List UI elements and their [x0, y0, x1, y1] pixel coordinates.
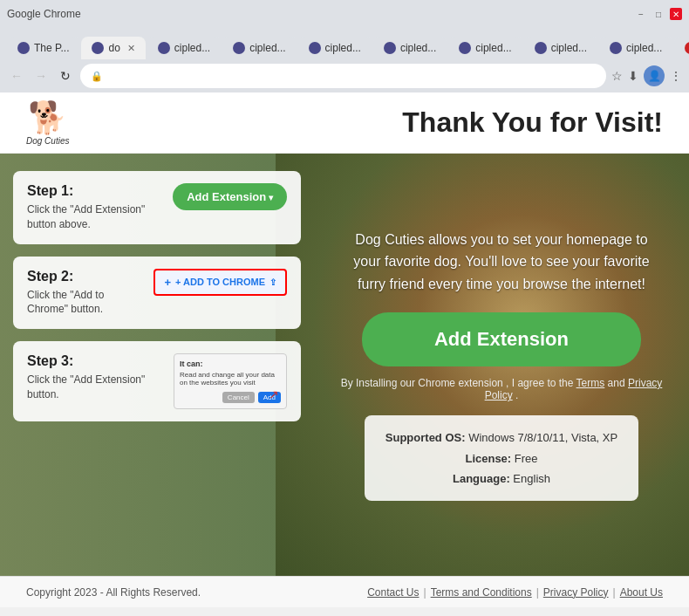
step-3-desc: Click the "Add Extension" button. — [27, 373, 163, 402]
tab-7[interactable]: cipled... — [448, 37, 522, 59]
tab-1-title: The P... — [34, 42, 69, 54]
tab-3-favicon — [158, 42, 170, 54]
info-os: Supported OS: Windows 7/8/10/11, Vista, … — [385, 428, 617, 448]
tab-8-title: cipled... — [551, 42, 587, 54]
tab-10-favicon: ✕ — [685, 42, 689, 54]
profile-icon[interactable]: 👤 — [644, 65, 665, 86]
step3-img-desc: Read and change all your data on the web… — [180, 371, 281, 387]
bookmark-icon[interactable]: ☆ — [611, 69, 623, 83]
tab-5-favicon — [309, 42, 321, 54]
site-title: Thank You for Visit! — [402, 106, 663, 139]
logo-area: 🐕 Dog Cuties — [26, 99, 69, 146]
forward-button[interactable]: → — [31, 66, 51, 86]
title-bar-right: − □ ✕ — [635, 8, 682, 20]
language-label: Language: — [453, 472, 510, 485]
arrow-icon: ↗ — [269, 387, 279, 401]
step-3-title: Step 3: — [27, 353, 163, 369]
about-us-link[interactable]: About Us — [620, 586, 663, 599]
step-2-desc: Click the "Add to Chrome" button. — [27, 288, 143, 318]
step3-img-title: It can: — [180, 359, 281, 368]
terms-period: . — [515, 389, 518, 401]
lock-icon: 🔒 — [91, 71, 103, 82]
menu-icon[interactable]: ⋮ — [670, 69, 682, 83]
terms-conditions-link[interactable]: Terms and Conditions — [431, 586, 532, 599]
tab-2-close[interactable]: ✕ — [127, 43, 135, 54]
step-2-text: Step 2: Click the "Add to Chrome" button… — [27, 269, 143, 318]
chrome-add-button-image: + + ADD TO CHROME ⇪ — [153, 269, 287, 296]
tab-5[interactable]: cipled... — [298, 37, 372, 59]
chrome-btn-label: + ADD TO CHROME — [175, 277, 265, 287]
promo-description: Dog Cuties allows you to set your homepa… — [353, 229, 650, 296]
step-1-desc: Click the "Add Extension" button above. — [27, 202, 162, 232]
step3-cancel-btn: Cancel — [222, 392, 255, 403]
step-3-text: Step 3: Click the "Add Extension" button… — [27, 353, 163, 402]
copyright-text: Copyright 2023 - All Rights Reserved. — [26, 586, 201, 599]
main-add-extension-button[interactable]: Add Extension — [362, 312, 641, 366]
tab-5-title: cipled... — [325, 42, 361, 54]
tab-6-favicon — [384, 42, 396, 54]
address-input[interactable]: 🔒 — [80, 64, 606, 88]
step-3-card: Step 3: Click the "Add Extension" button… — [13, 341, 301, 421]
close-button[interactable]: ✕ — [670, 8, 682, 20]
reload-button[interactable]: ↻ — [56, 66, 75, 86]
step-1-card: Step 1: Click the "Add Extension" button… — [13, 171, 301, 244]
tab-3-title: cipled... — [174, 42, 210, 54]
tab-9-favicon — [610, 42, 622, 54]
license-value: Free — [515, 452, 538, 465]
main-content: Step 1: Click the "Add Extension" button… — [0, 154, 689, 576]
footer-sep-2: | — [536, 586, 539, 599]
minimize-button[interactable]: − — [635, 8, 647, 20]
os-label: Supported OS: — [385, 431, 466, 444]
footer-sep-1: | — [424, 586, 426, 599]
right-panel: Dog Cuties allows you to set your homepa… — [314, 154, 689, 576]
step-1-text: Step 1: Click the "Add Extension" button… — [27, 183, 162, 232]
terms-link[interactable]: Terms — [576, 377, 605, 389]
tab-7-favicon — [459, 42, 471, 54]
browser-chrome: Google Chrome − □ ✕ The P... do ✕ cipled… — [0, 0, 689, 92]
license-label: License: — [465, 452, 511, 465]
info-license: License: Free — [385, 448, 617, 469]
steps-panel: Step 1: Click the "Add Extension" button… — [0, 154, 314, 576]
tab-6[interactable]: cipled... — [373, 37, 447, 59]
terms-prefix: By Installing our Chrome extension , I a… — [341, 377, 576, 389]
tab-4-favicon — [233, 42, 245, 54]
tab-8[interactable]: cipled... — [524, 37, 597, 59]
step-2-card: Step 2: Click the "Add to Chrome" button… — [13, 257, 301, 330]
tab-4[interactable]: cipled... — [222, 37, 296, 59]
site-header: 🐕 Dog Cuties Thank You for Visit! — [0, 92, 689, 154]
contact-us-link[interactable]: Contact Us — [367, 586, 419, 599]
tab-9-title: cipled... — [626, 42, 662, 54]
tab-bar: The P... do ✕ cipled... cipled... cipled… — [0, 28, 689, 59]
browser-title: Google Chrome — [7, 8, 81, 20]
footer-sep-3: | — [613, 586, 616, 599]
chrome-btn-icon: + — [164, 276, 171, 289]
tab-3[interactable]: cipled... — [147, 37, 221, 59]
logo-dog-icon: 🐕 — [28, 99, 67, 136]
info-language: Language: English — [385, 469, 617, 489]
tab-9[interactable]: cipled... — [599, 37, 672, 59]
tab-7-title: cipled... — [475, 42, 511, 54]
footer-links: Contact Us | Terms and Conditions | Priv… — [367, 586, 663, 599]
os-value: Windows 7/8/10/11, Vista, XP — [468, 431, 617, 444]
tab-2[interactable]: do ✕ — [81, 37, 145, 59]
step1-add-extension-button[interactable]: Add Extension — [173, 183, 287, 210]
site-footer: Copyright 2023 - All Rights Reserved. Co… — [0, 576, 689, 607]
step3-image: It can: Read and change all your data on… — [174, 353, 287, 409]
info-box: Supported OS: Windows 7/8/10/11, Vista, … — [365, 415, 638, 501]
tab-2-title: do — [108, 42, 119, 54]
website: 🐕 Dog Cuties Thank You for Visit! Step 1… — [0, 92, 689, 576]
terms-notice: By Installing our Chrome extension , I a… — [340, 377, 663, 401]
back-button[interactable]: ← — [7, 66, 26, 86]
privacy-policy-footer-link[interactable]: Privacy Policy — [543, 586, 609, 599]
terms-and-text: and — [608, 377, 625, 389]
tab-10[interactable]: ✕ Lazýb... — [674, 37, 689, 59]
tab-1-favicon — [17, 42, 30, 54]
tab-2-favicon — [92, 42, 104, 54]
tab-1[interactable]: The P... — [7, 37, 79, 59]
step-1-title: Step 1: — [27, 183, 162, 199]
tab-8-favicon — [535, 42, 547, 54]
share-icon: ⇪ — [269, 277, 276, 287]
download-icon[interactable]: ⬇ — [628, 69, 638, 83]
restore-button[interactable]: □ — [652, 8, 665, 20]
tab-6-title: cipled... — [400, 42, 436, 54]
